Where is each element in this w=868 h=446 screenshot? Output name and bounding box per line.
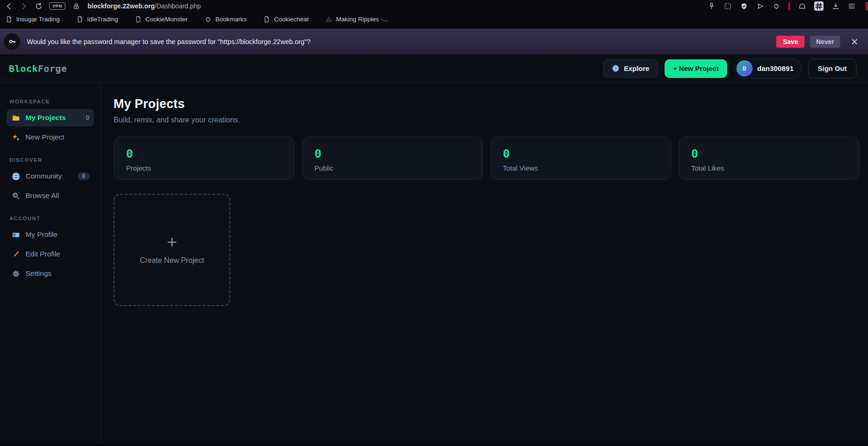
my-projects-count: 0 bbox=[86, 114, 89, 121]
toolbar-edge-strip bbox=[866, 2, 868, 10]
stat-label: Public bbox=[315, 164, 471, 172]
stat-label: Total Likes bbox=[691, 164, 848, 172]
forward-button[interactable] bbox=[19, 2, 28, 10]
sidebar-section-discover: DISCOVER bbox=[6, 157, 94, 163]
reload-button[interactable] bbox=[34, 2, 43, 10]
sidebar-item-settings[interactable]: Settings bbox=[6, 265, 94, 282]
gear-icon bbox=[11, 269, 20, 278]
stat-card-total-likes: 0 Total Likes bbox=[679, 136, 860, 180]
stat-value: 0 bbox=[691, 148, 848, 159]
bookmarks-bar: Insugar Trading IdleTrading CookieMonste… bbox=[0, 12, 868, 29]
main-content: My Projects Build, remix, and share your… bbox=[101, 83, 868, 444]
heart-icon[interactable] bbox=[772, 2, 780, 10]
community-badge: 0 bbox=[78, 172, 89, 180]
toolbar-right-icons bbox=[707, 1, 863, 11]
blockforge-logo: BlockForge bbox=[9, 63, 67, 74]
blockforge-app: BlockForge Explore + New Project D dan30… bbox=[0, 54, 868, 444]
username: dan300891 bbox=[757, 64, 794, 72]
pencil-icon bbox=[11, 249, 20, 259]
url-path: /Dashboard.php bbox=[155, 2, 201, 10]
ghost-icon[interactable] bbox=[798, 2, 806, 10]
save-password-button[interactable]: Save bbox=[776, 36, 805, 48]
vpn-badge[interactable]: VPN bbox=[49, 2, 65, 9]
url-domain: blockforge.22web.org bbox=[88, 2, 155, 10]
sidebar-section-workspace: WORKSPACE bbox=[6, 99, 94, 104]
new-project-button[interactable]: + New Project bbox=[665, 59, 727, 78]
avatar: D bbox=[736, 60, 753, 76]
sidebar-item-browse-all[interactable]: Browse All bbox=[6, 187, 94, 204]
never-save-button[interactable]: Never bbox=[810, 36, 840, 48]
stat-value: 0 bbox=[315, 148, 471, 159]
menu-icon[interactable] bbox=[848, 2, 856, 10]
globe-icon bbox=[11, 172, 20, 181]
stat-label: Total Views bbox=[503, 164, 659, 172]
lock-icon[interactable] bbox=[72, 2, 80, 10]
stat-label: Projects bbox=[126, 164, 282, 172]
stat-card-total-views: 0 Total Views bbox=[490, 136, 672, 180]
stat-card-projects: 0 Projects bbox=[114, 136, 295, 180]
page-icon bbox=[135, 16, 142, 23]
back-button[interactable] bbox=[5, 2, 13, 10]
globe-icon bbox=[612, 64, 620, 72]
browser-toolbar: VPN blockforge.22web.org/Dashboard.php bbox=[0, 0, 868, 12]
create-new-project-card[interactable]: + Create New Project bbox=[114, 194, 230, 306]
send-icon[interactable] bbox=[756, 2, 764, 10]
sparkles-icon bbox=[11, 133, 20, 142]
shield-check-icon[interactable] bbox=[740, 2, 748, 10]
bookmark-item[interactable]: Making Ripples -... bbox=[325, 16, 388, 23]
search-icon bbox=[11, 191, 20, 200]
explore-button[interactable]: Explore bbox=[603, 59, 658, 78]
page-title: My Projects bbox=[114, 97, 868, 111]
sidebar-item-edit-profile[interactable]: Edit Profile bbox=[6, 245, 94, 263]
sidebar-item-my-profile[interactable]: My Profile bbox=[6, 226, 94, 243]
bookmark-item[interactable]: Insugar Trading bbox=[6, 16, 60, 23]
page-icon bbox=[76, 16, 83, 23]
stat-card-public: 0 Public bbox=[302, 136, 483, 180]
plus-icon: + bbox=[167, 235, 177, 249]
key-icon bbox=[4, 33, 20, 50]
sidebar-section-account: ACCOUNT bbox=[6, 216, 94, 221]
browser-chrome: VPN blockforge.22web.org/Dashboard.php bbox=[0, 0, 868, 29]
bookmark-item[interactable]: Cookiecheat bbox=[263, 16, 309, 23]
toolbar-red-separator bbox=[788, 2, 790, 10]
bookmark-item[interactable]: CookieMonster bbox=[135, 16, 188, 23]
page-subtitle: Build, remix, and share your creations. bbox=[114, 116, 868, 124]
screenshot-select-icon[interactable] bbox=[723, 2, 732, 10]
pin-icon[interactable] bbox=[707, 2, 716, 10]
page-icon bbox=[6, 16, 13, 23]
sidebar-item-community[interactable]: Community 0 bbox=[6, 167, 94, 185]
triangle-icon bbox=[325, 16, 332, 23]
create-new-project-label: Create New Project bbox=[140, 256, 204, 265]
extension-grid-icon[interactable] bbox=[814, 1, 824, 11]
id-card-icon bbox=[11, 230, 20, 239]
user-menu[interactable]: D dan300891 bbox=[734, 58, 802, 79]
site-header: BlockForge Explore + New Project D dan30… bbox=[0, 54, 868, 83]
page-icon bbox=[263, 16, 270, 23]
stats-row: 0 Projects 0 Public 0 Total Views 0 Tota… bbox=[114, 136, 860, 180]
password-save-message: Would you like the password manager to s… bbox=[27, 38, 310, 45]
stat-value: 0 bbox=[503, 148, 659, 159]
bookmark-item[interactable]: IdleTrading bbox=[76, 16, 118, 23]
sidebar: WORKSPACE My Projects 0 New Project DISC… bbox=[0, 83, 101, 444]
stat-value: 0 bbox=[126, 148, 282, 159]
downloads-icon[interactable] bbox=[831, 2, 840, 10]
heart-icon bbox=[204, 16, 212, 23]
bookmark-item[interactable]: Bookmarks bbox=[204, 16, 247, 23]
sidebar-item-my-projects[interactable]: My Projects 0 bbox=[6, 109, 94, 127]
sidebar-item-new-project[interactable]: New Project bbox=[6, 128, 94, 146]
sign-out-button[interactable]: Sign Out bbox=[808, 59, 857, 78]
address-bar[interactable]: blockforge.22web.org/Dashboard.php bbox=[88, 2, 201, 10]
close-icon[interactable] bbox=[849, 37, 860, 47]
folder-icon bbox=[11, 113, 20, 122]
password-save-bar: Would you like the password manager to s… bbox=[0, 29, 868, 54]
